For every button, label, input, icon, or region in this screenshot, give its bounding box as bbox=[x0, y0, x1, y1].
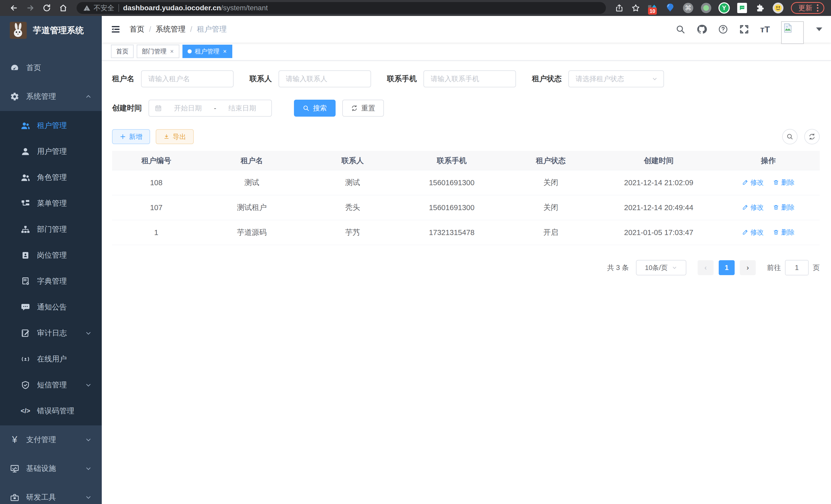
search-button[interactable]: 搜索 bbox=[294, 100, 336, 117]
yen-icon: ¥ bbox=[10, 435, 20, 445]
user-avatar[interactable] bbox=[781, 21, 804, 44]
goto-page-input[interactable] bbox=[785, 260, 809, 275]
sidebar-item-dept[interactable]: 部门管理 bbox=[0, 216, 102, 242]
tag-dept[interactable]: 部门管理 × bbox=[137, 45, 179, 58]
shield-check-icon bbox=[21, 380, 30, 390]
app-logo[interactable]: 芋道管理系统 bbox=[0, 16, 102, 45]
sidebar-item-dev-tools[interactable]: 研发工具 bbox=[0, 483, 102, 504]
next-page-button[interactable]: › bbox=[740, 260, 756, 275]
sidebar-item-dict[interactable]: 字典管理 bbox=[0, 268, 102, 294]
bookmark-star-button[interactable] bbox=[629, 1, 643, 15]
users-icon bbox=[21, 121, 30, 130]
share-button[interactable] bbox=[612, 1, 627, 15]
sidebar-item-error-code[interactable]: </> 错误码管理 bbox=[0, 398, 102, 424]
site-security-indicator[interactable]: 不安全 bbox=[83, 3, 114, 12]
fullscreen-icon[interactable] bbox=[739, 24, 749, 34]
extension-chat-icon[interactable] bbox=[737, 2, 748, 13]
sidebar-item-user[interactable]: 用户管理 bbox=[0, 139, 102, 165]
filter-mobile: 联系手机 bbox=[387, 70, 516, 87]
prev-page-button[interactable]: ‹ bbox=[698, 260, 714, 275]
sidebar-item-notice[interactable]: 通知公告 bbox=[0, 294, 102, 320]
sidebar-item-menu[interactable]: 菜单管理 bbox=[0, 190, 102, 216]
broadcast-icon bbox=[21, 354, 30, 364]
github-icon[interactable] bbox=[697, 24, 707, 34]
breadcrumb: 首页 / 系统管理 / 租户管理 bbox=[130, 24, 227, 34]
sidebar-item-tenant[interactable]: 租户管理 bbox=[0, 113, 102, 139]
sidebar-collapse-button[interactable] bbox=[111, 24, 121, 34]
page-size-select[interactable]: 10条/页 bbox=[636, 260, 686, 275]
header-search-icon[interactable] bbox=[676, 24, 685, 34]
browser-reload-button[interactable] bbox=[39, 1, 54, 15]
tab-close-icon[interactable]: × bbox=[223, 48, 227, 55]
browser-update-button[interactable]: 更新 bbox=[791, 2, 824, 14]
sidebar-item-post[interactable]: 岗位管理 bbox=[0, 242, 102, 268]
filter-label: 创建时间 bbox=[112, 103, 142, 113]
browser-home-button[interactable] bbox=[56, 1, 70, 15]
delete-link[interactable]: 删除 bbox=[773, 228, 795, 237]
browser-menu-icon[interactable] bbox=[817, 4, 819, 11]
navbar-actions: ᴛT bbox=[676, 14, 822, 44]
extension-record-icon[interactable] bbox=[700, 2, 712, 13]
date-end-placeholder: 结束日期 bbox=[219, 103, 266, 113]
sidebar-item-pay[interactable]: ¥ 支付管理 bbox=[0, 425, 102, 454]
extension-balloon-icon[interactable] bbox=[664, 2, 676, 13]
sidebar-item-home[interactable]: 首页 bbox=[0, 53, 102, 82]
toolbox-icon bbox=[10, 493, 20, 502]
export-button[interactable]: 导出 bbox=[156, 129, 194, 144]
filter-label: 联系人 bbox=[250, 74, 272, 84]
browser-toolbar: 不安全 dashboard.yudao.iocoder.cn/system/te… bbox=[0, 0, 831, 16]
avatar-dropdown-caret[interactable] bbox=[816, 28, 822, 31]
extension-command-icon[interactable]: ⌘ bbox=[683, 2, 694, 13]
breadcrumb-system[interactable]: 系统管理 bbox=[156, 24, 185, 34]
divider bbox=[118, 4, 119, 12]
url-text: dashboard.yudao.iocoder.cn/system/tenant bbox=[123, 4, 268, 12]
goto-label: 前往 bbox=[767, 263, 781, 272]
contact-input[interactable] bbox=[279, 70, 371, 87]
sidebar-item-audit-log[interactable]: 审计日志 bbox=[0, 320, 102, 346]
edit-link[interactable]: 修改 bbox=[742, 178, 764, 187]
tag-home[interactable]: 首页 bbox=[111, 45, 134, 58]
sidebar-item-role[interactable]: 角色管理 bbox=[0, 165, 102, 190]
sidebar-item-sms[interactable]: 短信管理 bbox=[0, 372, 102, 398]
browser-forward-button[interactable] bbox=[23, 1, 37, 15]
font-size-icon[interactable]: ᴛT bbox=[760, 24, 770, 34]
delete-link[interactable]: 删除 bbox=[773, 203, 795, 212]
sidebar-item-system[interactable]: 系统管理 bbox=[0, 82, 102, 111]
sidebar-item-label: 审计日志 bbox=[37, 328, 67, 338]
pagination: 共 3 条 10条/页 ‹ 1 › 前往 页 bbox=[112, 260, 820, 275]
chevron-down-icon bbox=[652, 76, 658, 82]
tag-tenant[interactable]: 租户管理 × bbox=[182, 45, 232, 58]
extension-grid-icon[interactable]: 10 bbox=[647, 2, 658, 13]
browser-back-button[interactable] bbox=[7, 1, 21, 15]
mobile-input[interactable] bbox=[424, 70, 516, 87]
filter-label: 联系手机 bbox=[387, 74, 417, 84]
reset-button[interactable]: 重置 bbox=[342, 100, 384, 117]
edit-link[interactable]: 修改 bbox=[742, 228, 764, 237]
breadcrumb-home[interactable]: 首页 bbox=[130, 24, 144, 34]
delete-link[interactable]: 删除 bbox=[773, 178, 795, 187]
sidebar-item-label: 租户管理 bbox=[37, 120, 67, 131]
toggle-search-button[interactable] bbox=[782, 129, 798, 144]
extensions-puzzle-icon[interactable] bbox=[754, 2, 766, 13]
breadcrumb-current: 租户管理 bbox=[197, 24, 227, 34]
extension-y-icon[interactable]: Y bbox=[718, 2, 730, 13]
refresh-table-button[interactable] bbox=[804, 129, 820, 144]
gear-icon bbox=[10, 92, 20, 101]
sidebar-item-online-user[interactable]: 在线用户 bbox=[0, 346, 102, 372]
address-bar[interactable]: 不安全 dashboard.yudao.iocoder.cn/system/te… bbox=[77, 2, 606, 14]
help-icon[interactable] bbox=[718, 24, 728, 34]
log-edit-icon bbox=[21, 328, 30, 338]
date-range-picker[interactable]: 开始日期 - 结束日期 bbox=[148, 100, 272, 117]
status-select[interactable]: 请选择租户状态 bbox=[568, 70, 664, 87]
add-button[interactable]: 新增 bbox=[112, 129, 150, 144]
page-number-1[interactable]: 1 bbox=[719, 260, 735, 275]
sidebar-item-label: 字典管理 bbox=[37, 276, 67, 287]
edit-link[interactable]: 修改 bbox=[742, 203, 764, 212]
tenant-name-input[interactable] bbox=[141, 70, 234, 87]
extension-badge: 10 bbox=[648, 7, 657, 14]
sidebar-item-infra[interactable]: 基础设施 bbox=[0, 454, 102, 483]
tab-close-icon[interactable]: × bbox=[170, 48, 174, 55]
profile-avatar-icon[interactable] bbox=[772, 2, 784, 13]
sidebar-item-label: 短信管理 bbox=[37, 380, 67, 390]
tree-icon bbox=[21, 199, 30, 208]
